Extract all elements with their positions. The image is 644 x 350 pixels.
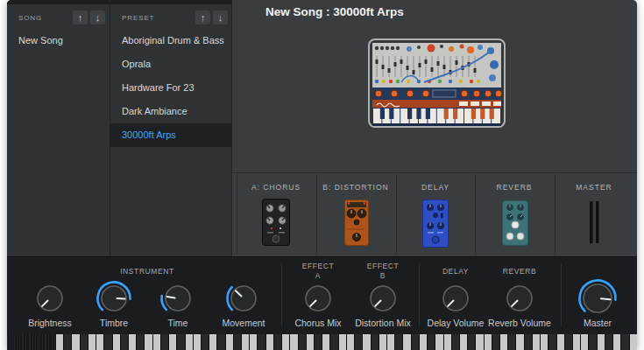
overview-white-key[interactable] <box>52 334 53 350</box>
black-key[interactable] <box>137 334 144 350</box>
keyboard-overview-scroller[interactable] <box>7 334 54 350</box>
white-key[interactable] <box>613 334 620 350</box>
overview-white-key[interactable] <box>19 334 20 350</box>
white-key[interactable] <box>379 334 386 350</box>
overview-white-key[interactable] <box>32 334 33 350</box>
overview-black-key[interactable] <box>43 334 44 350</box>
overview-black-key[interactable] <box>9 334 10 350</box>
white-key[interactable] <box>541 334 548 350</box>
white-key[interactable] <box>444 334 451 350</box>
white-key[interactable] <box>598 334 605 350</box>
song-up-button[interactable]: ↑ <box>73 10 88 24</box>
overview-black-key[interactable] <box>11 334 12 350</box>
chorus-mix-knob[interactable] <box>299 279 337 318</box>
white-key[interactable] <box>194 334 201 350</box>
black-key[interactable] <box>355 334 362 350</box>
white-key[interactable] <box>88 334 96 350</box>
black-key[interactable] <box>258 334 265 350</box>
black-key[interactable] <box>395 334 402 350</box>
white-key[interactable] <box>242 334 249 350</box>
overview-white-key[interactable] <box>12 334 13 350</box>
overview-white-key[interactable] <box>25 334 26 350</box>
black-key[interactable] <box>202 334 209 350</box>
white-key[interactable] <box>460 334 467 350</box>
black-key[interactable] <box>548 334 556 350</box>
overview-white-key[interactable] <box>23 334 24 350</box>
overview-black-key[interactable] <box>18 334 18 350</box>
white-key[interactable] <box>339 334 346 350</box>
black-key[interactable] <box>161 334 168 350</box>
black-key[interactable] <box>81 334 88 350</box>
overview-white-key[interactable] <box>38 334 39 350</box>
overview-black-key[interactable] <box>32 334 32 350</box>
white-key[interactable] <box>500 334 507 350</box>
overview-white-key[interactable] <box>7 334 8 350</box>
white-key[interactable] <box>516 334 523 350</box>
black-key[interactable] <box>605 334 612 350</box>
overview-white-key[interactable] <box>17 334 18 350</box>
overview-black-key[interactable] <box>27 334 28 350</box>
black-key[interactable] <box>64 334 71 350</box>
black-key[interactable] <box>121 334 128 350</box>
white-key[interactable] <box>476 334 483 350</box>
white-key[interactable] <box>435 334 442 350</box>
black-key[interactable] <box>468 334 475 350</box>
reverb-pedal[interactable] <box>502 200 528 249</box>
overview-black-key[interactable] <box>50 334 51 350</box>
chorus-pedal[interactable] <box>262 199 290 249</box>
black-key[interactable] <box>299 334 306 350</box>
overview-white-key[interactable] <box>14 334 15 350</box>
overview-black-key[interactable] <box>53 334 53 350</box>
black-key[interactable] <box>217 334 224 350</box>
white-key[interactable] <box>169 334 176 350</box>
overview-white-key[interactable] <box>10 334 11 350</box>
distortion-pedal[interactable] <box>344 200 369 249</box>
master-knob[interactable] <box>575 276 620 321</box>
white-key[interactable] <box>96 334 103 350</box>
movement-knob[interactable] <box>224 279 263 318</box>
white-key[interactable] <box>129 334 136 350</box>
overview-black-key[interactable] <box>34 334 35 350</box>
black-key[interactable] <box>565 334 572 350</box>
white-key[interactable] <box>387 334 394 350</box>
preset-down-button[interactable]: ↓ <box>213 10 228 24</box>
white-key[interactable] <box>72 334 79 350</box>
black-key[interactable] <box>589 334 596 350</box>
timbre-knob[interactable] <box>95 279 133 318</box>
overview-black-key[interactable] <box>37 334 38 350</box>
white-key[interactable] <box>322 334 329 350</box>
black-key[interactable] <box>177 334 184 350</box>
overview-white-key[interactable] <box>35 334 36 350</box>
white-key[interactable] <box>581 334 588 350</box>
preset-list-item[interactable]: Aboriginal Drum & Bass <box>110 29 232 52</box>
overview-black-key[interactable] <box>47 334 48 350</box>
white-key[interactable] <box>266 334 273 350</box>
white-key[interactable] <box>250 334 257 350</box>
preset-list-item[interactable]: Hardware For 23 <box>110 76 232 100</box>
black-key[interactable] <box>372 334 379 350</box>
white-key[interactable] <box>113 334 120 350</box>
black-key[interactable] <box>525 334 532 350</box>
white-key[interactable] <box>282 334 289 350</box>
white-key[interactable] <box>145 334 152 350</box>
preset-list-item[interactable]: Dark Ambiance <box>110 100 232 123</box>
black-key[interactable] <box>330 334 337 350</box>
overview-white-key[interactable] <box>48 334 49 350</box>
delay-volume-knob[interactable] <box>436 279 475 318</box>
overview-white-key[interactable] <box>46 334 46 350</box>
white-key[interactable] <box>209 334 216 350</box>
white-key[interactable] <box>403 334 410 350</box>
white-key[interactable] <box>420 334 427 350</box>
preset-list-item[interactable]: Oprala <box>110 52 232 76</box>
overview-black-key[interactable] <box>15 334 16 350</box>
overview-white-key[interactable] <box>30 334 31 350</box>
overview-black-key[interactable] <box>40 334 41 350</box>
white-key[interactable] <box>290 334 297 350</box>
overview-white-key[interactable] <box>29 334 30 350</box>
white-key[interactable] <box>485 334 492 350</box>
overview-black-key[interactable] <box>25 334 25 350</box>
black-key[interactable] <box>452 334 459 350</box>
overview-white-key[interactable] <box>39 334 40 350</box>
black-key[interactable] <box>104 334 111 350</box>
black-key[interactable] <box>412 334 419 350</box>
